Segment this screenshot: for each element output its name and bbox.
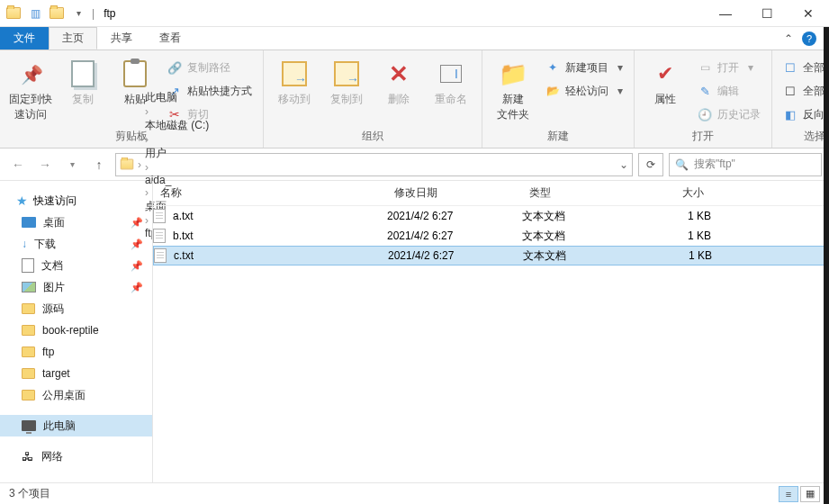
- chevron-right-icon[interactable]: ›: [145, 161, 149, 174]
- file-type: 文本文档: [522, 229, 639, 244]
- sidebar-item[interactable]: 源码: [0, 298, 152, 320]
- ribbon: 固定到快 速访问 复制 粘贴 复制路径 粘贴快捷方式 剪切 剪贴板 移动到 复制…: [0, 50, 829, 148]
- moveto-button[interactable]: 移动到: [271, 54, 318, 107]
- pin-icon: [21, 64, 41, 84]
- window-title: ftp: [104, 7, 115, 20]
- minimize-button[interactable]: —: [705, 0, 746, 27]
- selectinvert-button[interactable]: 反向选择: [779, 104, 829, 124]
- chevron-right-icon[interactable]: ›: [145, 105, 149, 118]
- pin-quickaccess-button[interactable]: 固定到快 速访问: [7, 54, 54, 122]
- sidebar-item-label: target: [42, 367, 70, 380]
- refresh-button[interactable]: ⟳: [638, 153, 663, 176]
- file-row[interactable]: c.txt2021/4/2 6:27文本文档1 KB: [153, 246, 829, 266]
- sidebar-item[interactable]: 公用桌面: [0, 384, 152, 406]
- fold-icon: [22, 325, 35, 336]
- chevron-right-icon[interactable]: ›: [145, 133, 149, 146]
- file-name: a.txt: [173, 210, 194, 222]
- fold-icon: [22, 390, 35, 400]
- recent-dropdown[interactable]: ▾: [61, 154, 83, 176]
- address-folder-icon: [121, 159, 133, 170]
- tab-file[interactable]: 文件: [0, 27, 49, 50]
- fold-icon: [22, 346, 35, 357]
- title-bar: ▥ ▾ | ftp — ☐ ✕: [0, 0, 829, 27]
- sidebar-item[interactable]: 文档📌: [0, 255, 152, 276]
- file-row[interactable]: b.txt2021/4/2 6:27文本文档1 KB: [153, 226, 829, 246]
- fold-icon: [22, 368, 35, 379]
- close-button[interactable]: ✕: [788, 0, 829, 27]
- sidebar-item[interactable]: ftp: [0, 341, 152, 363]
- copyto-icon: [334, 61, 359, 86]
- view-icons-button[interactable]: ▦: [800, 486, 820, 502]
- path-icon: [167, 60, 182, 75]
- col-date[interactable]: 修改日期: [387, 185, 522, 201]
- newfolder-button[interactable]: 新建 文件夹: [490, 54, 536, 122]
- sidebar-item[interactable]: 下载📌: [0, 233, 152, 255]
- tab-share[interactable]: 共享: [97, 27, 146, 50]
- group-open-label: 打开: [642, 127, 764, 144]
- sidebar-item[interactable]: target: [0, 363, 152, 384]
- copyto-button[interactable]: 复制到: [323, 54, 370, 107]
- selectnone-button[interactable]: 全部取消: [779, 81, 829, 101]
- col-type[interactable]: 类型: [522, 185, 639, 201]
- sidebar-item-label: 公用桌面: [42, 388, 86, 403]
- sidebar-quickaccess[interactable]: ★快速访问: [0, 190, 152, 212]
- file-row[interactable]: a.txt2021/4/2 6:27文本文档1 KB: [153, 206, 829, 226]
- sidebar-item[interactable]: 桌面📌: [0, 212, 152, 233]
- back-button[interactable]: ←: [7, 154, 29, 176]
- forward-button[interactable]: →: [34, 154, 56, 176]
- sidebar-item[interactable]: 图片📌: [0, 276, 152, 298]
- col-size[interactable]: 大小: [639, 185, 711, 201]
- collapse-ribbon-icon[interactable]: ⌃: [784, 32, 793, 45]
- search-placeholder: 搜索"ftp": [694, 157, 735, 172]
- file-size: 1 KB: [639, 210, 711, 222]
- sidebar-network[interactable]: 网络: [0, 446, 152, 467]
- sidebar-item[interactable]: book-reptile: [0, 320, 152, 341]
- copypath-button[interactable]: 复制路径: [164, 58, 256, 77]
- qat-properties-icon[interactable]: ▥: [25, 4, 45, 23]
- status-bar: 3 个项目 ≡ ▦: [0, 482, 829, 504]
- sidebar: ★快速访问 桌面📌下载📌文档📌图片📌源码book-reptileftptarge…: [0, 181, 153, 482]
- open-icon: [698, 60, 712, 75]
- selectall-button[interactable]: 全部选择: [779, 58, 829, 77]
- breadcrumb-item[interactable]: 本地磁盘 (C:): [145, 118, 209, 133]
- selectall-icon: [783, 60, 797, 75]
- file-date: 2021/4/2 6:27: [387, 210, 522, 222]
- address-dropdown-icon[interactable]: ⌄: [619, 158, 628, 171]
- tab-home[interactable]: 主页: [49, 27, 97, 50]
- view-details-button[interactable]: ≡: [779, 486, 798, 502]
- search-box[interactable]: 🔍 搜索"ftp": [669, 153, 822, 176]
- textfile-icon: [153, 229, 166, 243]
- properties-button[interactable]: 属性: [642, 54, 689, 107]
- rename-button[interactable]: 重命名: [428, 54, 474, 107]
- dl-icon: [22, 238, 27, 250]
- breadcrumb-item[interactable]: 用户: [145, 146, 209, 161]
- qat-newfolder-icon[interactable]: [47, 4, 67, 23]
- history-icon: [698, 107, 712, 122]
- open-button[interactable]: 打开▾: [694, 58, 764, 77]
- newitem-button[interactable]: 新建项目▾: [542, 58, 626, 77]
- col-name[interactable]: 名称: [153, 185, 387, 201]
- doc-icon: [22, 258, 34, 273]
- sidebar-item-label: 图片: [43, 280, 65, 295]
- up-button[interactable]: ↑: [88, 154, 110, 176]
- file-type: 文本文档: [523, 248, 640, 264]
- breadcrumb-item[interactable]: 此电脑: [145, 90, 209, 105]
- tab-view[interactable]: 查看: [146, 27, 194, 50]
- group-clipboard-label: 剪贴板: [7, 127, 256, 144]
- chevron-right-icon[interactable]: ›: [138, 158, 141, 171]
- address-bar[interactable]: › 此电脑 › 本地磁盘 (C:) › 用户 › aida_ › 桌面 › ft…: [115, 153, 633, 176]
- edit-button[interactable]: 编辑: [694, 81, 764, 101]
- history-button[interactable]: 历史记录: [694, 104, 764, 124]
- pin-icon: 📌: [131, 238, 143, 250]
- sidebar-item-label: 下载: [34, 237, 56, 252]
- sidebar-thispc[interactable]: 此电脑: [0, 415, 152, 436]
- file-date: 2021/4/2 6:27: [388, 249, 523, 262]
- help-icon[interactable]: ?: [802, 32, 816, 46]
- pin-icon: 📌: [131, 260, 143, 272]
- copy-button[interactable]: 复制: [59, 54, 106, 107]
- qat-dropdown-icon[interactable]: ▾: [68, 4, 88, 23]
- maximize-button[interactable]: ☐: [746, 0, 788, 27]
- easyaccess-button[interactable]: 轻松访问▾: [542, 81, 626, 101]
- column-headers[interactable]: 名称 修改日期 类型 大小: [153, 181, 829, 206]
- delete-button[interactable]: 删除: [375, 54, 422, 107]
